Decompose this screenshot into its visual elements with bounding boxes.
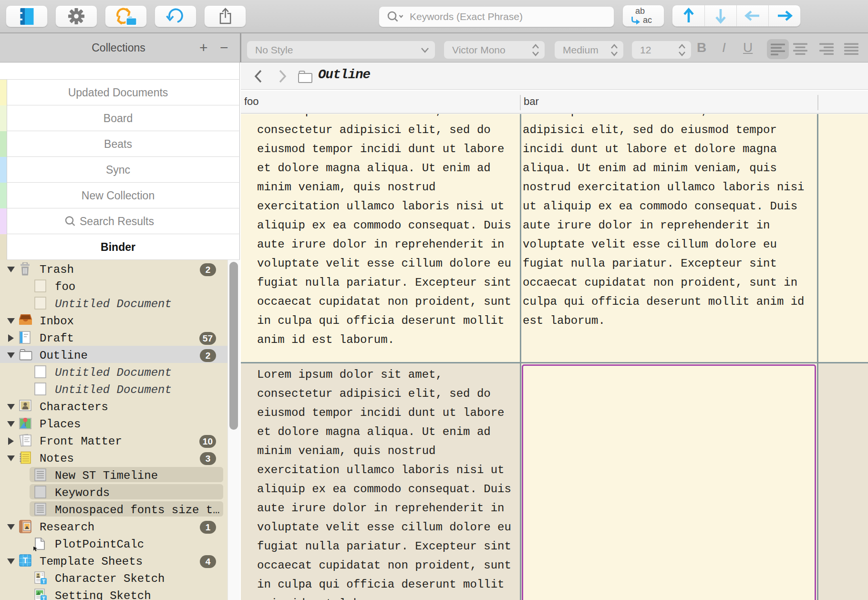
svg-text:T: T — [42, 596, 45, 600]
svg-text:T: T — [42, 579, 45, 584]
svg-text:T: T — [23, 557, 28, 565]
